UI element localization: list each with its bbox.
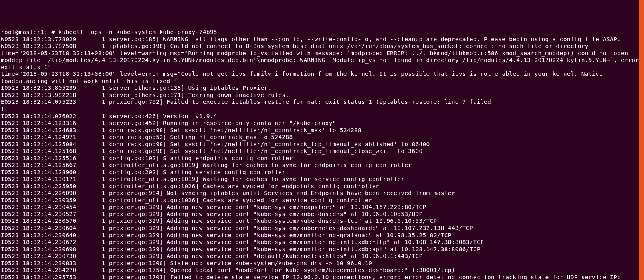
log-line: I0523 18:32:14.230833 1 proxier.go:1000]… [1,260,643,267]
log-line: E0523 18:32:14.075223 1 proxier.go:792] … [1,99,643,106]
log-line: I0523 18:32:14.230730 1 proxier.go:329] … [1,253,643,260]
log-line: I0523 18:32:14.124683 1 conntrack.go:98]… [1,127,643,134]
terminal-output[interactable]: root@master1:~# kubectl logs -n kube-sys… [1,29,643,280]
log-line: I0523 18:32:14.226090 1 proxier.go:984] … [1,190,643,197]
log-line: I0523 18:32:14.130171 1 controller_utils… [1,176,643,183]
log-line: I0523 18:32:14.125168 1 conntrack.go:98]… [1,148,643,155]
scrollbar[interactable] [639,0,644,280]
log-line: I0523 18:32:14.124971 1 conntrack.go:52]… [1,134,643,141]
log-line: I0523 18:32:14.128960 1 config.go:202] S… [1,169,643,176]
command-text: kubectl logs -n kube-system kube-proxy-7… [58,29,217,35]
command-line: root@master1:~# kubectl logs -n kube-sys… [1,29,643,36]
log-line: I0523 18:32:14.225950 1 controller_utils… [1,183,643,190]
log-line: time="2018-05-23T18:32:13+08:00" level=e… [1,71,643,85]
log-line: W0523 18:32:13.778029 1 server.go:185] W… [1,36,643,43]
log-line: time="2018-05-23T18:32:13+08:00" level=w… [1,50,643,71]
log-line: E0523 18:32:14.295753 1 proxier.go:1701]… [1,274,643,280]
log-line: I0523 18:32:14.230640 1 proxier.go:329] … [1,232,643,239]
log-line: I0523 18:32:14.123316 1 server.go:452] R… [1,120,643,127]
log-line: I0523 18:32:14.076022 1 server.go:426] V… [1,113,643,120]
log-line: I0523 18:32:14.230698 1 proxier.go:329] … [1,246,643,253]
log-line: W0523 18:32:13.787508 1 iptables.go:198]… [1,43,643,50]
log-line: I0523 18:32:14.230527 1 proxier.go:329] … [1,211,643,218]
log-line: I0523 18:32:14.230672 1 proxier.go:329] … [1,239,643,246]
log-line: I0523 18:32:14.125084 1 conntrack.go:98]… [1,141,643,148]
log-line: I0523 18:32:13.982218 1 server_others.go… [1,92,643,99]
log-line: I0523 18:32:14.125516 1 config.go:102] S… [1,155,643,162]
log-line: I0523 18:32:14.230604 1 proxier.go:329] … [1,225,643,232]
log-line: I0523 18:32:13.805239 1 server_others.go… [1,85,643,92]
log-line: I0523 18:32:14.230359 1 controller_utils… [1,197,643,204]
log-line: I0523 18:32:14.284270 1 proxier.go:1754]… [1,267,643,274]
log-line: I0523 18:32:14.230570 1 proxier.go:329] … [1,218,643,225]
log-line: ) [1,106,643,113]
log-line: I0523 18:32:14.125667 1 controller_utils… [1,162,643,169]
log-line: I0523 18:32:14.230454 1 proxier.go:329] … [1,204,643,211]
prompt: root@master1:~# [1,29,58,35]
